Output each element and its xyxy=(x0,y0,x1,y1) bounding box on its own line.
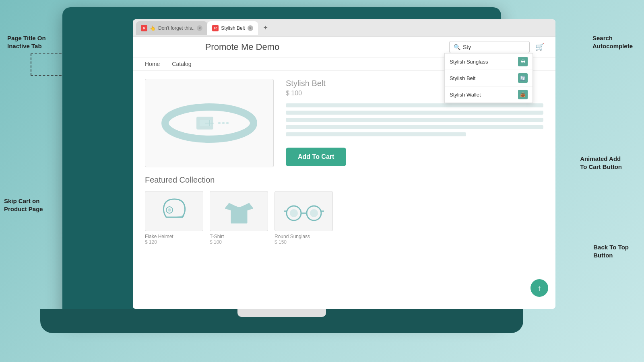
tab-active-label: Stylish Belt xyxy=(221,25,245,31)
svg-point-6 xyxy=(222,122,225,124)
tab-inactive-icon: R xyxy=(141,25,147,31)
svg-point-5 xyxy=(218,122,221,124)
featured-price-sunglass: $ 150 xyxy=(275,239,333,245)
featured-img-helmet[interactable] xyxy=(145,191,203,231)
add-to-cart-button[interactable]: Add To Cart xyxy=(286,148,346,166)
featured-title: Featured Collection xyxy=(145,175,543,185)
annotation-add-to-cart: Animated AddTo Cart Button xyxy=(580,155,622,171)
product-desc-line-3 xyxy=(286,118,543,122)
featured-item-tshirt: T-Shirt $ 100 xyxy=(210,191,268,245)
featured-item-helmet: Flake Helmet $ 120 xyxy=(145,191,203,245)
autocomplete-item-wallet[interactable]: Stylish Wallet 👜 xyxy=(445,86,533,103)
featured-name-tshirt: T-Shirt xyxy=(210,234,268,239)
autocomplete-label-sunglass: Stylish Sunglass xyxy=(450,59,488,65)
cart-button[interactable]: 🛒 xyxy=(534,41,546,53)
featured-img-sunglass[interactable] xyxy=(275,191,333,231)
autocomplete-label-wallet: Stylish Wallet xyxy=(450,92,481,98)
featured-name-sunglass: Round Sunglass xyxy=(275,234,333,239)
tab-inactive-close[interactable]: × xyxy=(197,25,202,31)
annotation-page-title: Page Title OnInactive Tab xyxy=(7,34,46,50)
new-tab-button[interactable]: + xyxy=(260,22,272,34)
product-image-belt xyxy=(161,99,258,147)
search-input[interactable]: Sty xyxy=(463,44,525,50)
product-desc-line-2 xyxy=(286,111,543,115)
svg-point-7 xyxy=(226,122,229,124)
laptop-shell: R 👆 Don't forget this.. × R Stylish Belt… xyxy=(62,7,501,321)
svg-point-16 xyxy=(310,209,318,217)
featured-name-helmet: Flake Helmet xyxy=(145,234,203,239)
tab-inactive[interactable]: R 👆 Don't forget this.. × xyxy=(136,21,207,35)
search-box[interactable]: 🔍 Sty xyxy=(449,41,530,53)
annotation-search-autocomplete: SearchAutocomplete xyxy=(592,34,633,50)
svg-point-9 xyxy=(168,208,171,212)
featured-price-tshirt: $ 100 xyxy=(210,239,268,245)
tshirt-icon xyxy=(225,197,253,225)
sunglass-icon xyxy=(284,199,324,223)
tab-active-close[interactable]: × xyxy=(248,25,253,31)
back-to-top-button[interactable]: ↑ xyxy=(530,279,548,297)
featured-item-sunglass: Round Sunglass $ 150 xyxy=(275,191,333,245)
helmet-icon xyxy=(158,197,190,225)
annotation-skip-cart: Skip Cart onProduct Page xyxy=(4,197,43,213)
autocomplete-label-belt: Stylish Belt xyxy=(450,75,475,81)
autocomplete-icon-belt: 🔄 xyxy=(518,73,528,83)
svg-point-15 xyxy=(290,209,298,217)
laptop-base-notch xyxy=(237,309,326,317)
product-desc-line-5 xyxy=(286,132,466,136)
site-title: Promote Me Demo xyxy=(142,42,342,52)
autocomplete-dropdown: Stylish Sunglass 🕶 Stylish Belt 🔄 Stylis… xyxy=(444,53,533,103)
autocomplete-item-belt[interactable]: Stylish Belt 🔄 xyxy=(445,70,533,86)
autocomplete-icon-sunglass: 🕶 xyxy=(518,57,528,66)
tab-inactive-label: Don't forget this.. xyxy=(158,25,194,31)
featured-img-tshirt[interactable] xyxy=(210,191,268,231)
tab-active[interactable]: R Stylish Belt × xyxy=(207,21,258,35)
site-header: Promote Me Demo 🔍 Sty 🛒 Stylish Sunglass… xyxy=(133,37,555,58)
nav-home[interactable]: Home xyxy=(145,61,160,67)
autocomplete-icon-wallet: 👜 xyxy=(518,90,528,99)
laptop-screen: R 👆 Don't forget this.. × R Stylish Belt… xyxy=(133,19,555,309)
featured-grid: Flake Helmet $ 120 T-Shirt $ 100 xyxy=(145,191,543,245)
featured-section: Featured Collection Flake Helmet xyxy=(133,175,555,253)
browser-chrome: R 👆 Don't forget this.. × R Stylish Belt… xyxy=(133,19,555,37)
nav-catalog[interactable]: Catalog xyxy=(172,61,191,67)
search-icon: 🔍 xyxy=(454,44,460,50)
product-desc-line-1 xyxy=(286,103,543,107)
autocomplete-item-sunglass[interactable]: Stylish Sunglass 🕶 xyxy=(445,53,533,70)
product-desc-line-4 xyxy=(286,125,543,129)
tab-active-icon: R xyxy=(212,25,219,31)
annotation-back-to-top: Back To TopButton xyxy=(593,243,629,259)
product-image-box xyxy=(145,79,274,167)
search-container: 🔍 Sty 🛒 Stylish Sunglass 🕶 Stylish Belt … xyxy=(346,41,546,53)
tab-inactive-emoji: 👆 xyxy=(150,25,156,31)
page-content: Promote Me Demo 🔍 Sty 🛒 Stylish Sunglass… xyxy=(133,37,555,309)
featured-price-helmet: $ 120 xyxy=(145,239,203,245)
